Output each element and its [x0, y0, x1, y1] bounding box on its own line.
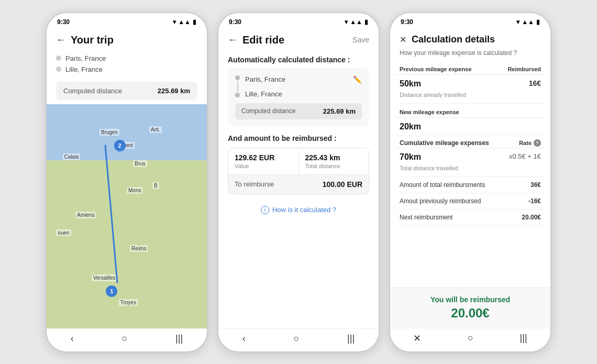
total-reimb-val: 36€	[530, 181, 541, 189]
route-connector	[235, 75, 240, 97]
city-bruges: Bruges	[100, 129, 119, 136]
location-to-text: Lille, France	[65, 65, 103, 73]
location-to: Lille, France	[56, 65, 197, 73]
bottom-nav-1: ‹ ○ |||	[47, 328, 207, 351]
wifi-icon-3: ▾	[516, 18, 519, 26]
route-card: Paris, France ✏️ Lille, France Computed …	[228, 68, 369, 127]
calc-subtitle: How your mileage expense is calculated ?	[390, 48, 550, 62]
phone1-content: ← Your trip Paris, France Lille, France …	[47, 28, 207, 328]
total-reimb-label: Amount of total reimbursments	[400, 181, 485, 189]
nav-home-1[interactable]: ○	[122, 333, 128, 344]
status-bar-1: 9:30 ▾ ▲▲ ▮	[47, 13, 207, 28]
status-time-3: 9:30	[401, 18, 413, 26]
amount-top-row: 129.62 EUR Value 225.43 km Total distanc…	[228, 148, 369, 175]
nav-back-1[interactable]: ‹	[71, 333, 74, 344]
computed-label: Computed distance	[63, 87, 122, 95]
wifi-icon: ▾	[173, 18, 176, 26]
nav-recents-1[interactable]: |||	[175, 333, 183, 344]
rate-label-container: Rate ?	[519, 139, 541, 147]
route-locations-container: Paris, France ✏️ Lille, France	[235, 75, 362, 98]
map-pin-1: 1	[106, 285, 117, 297]
city-ant: Ant.	[149, 126, 162, 133]
save-button[interactable]: Save	[352, 36, 369, 44]
amount-section: And amount to be reimbursed : 129.62 EUR…	[218, 127, 379, 198]
next-reimb-row: Next reimbursment 20.00€	[396, 209, 544, 226]
cumul-header: Cumulative mileage expenses Rate ?	[396, 136, 544, 148]
edit-header: ← Edit ride Save	[218, 28, 379, 50]
value-col: 129.62 EUR Value	[228, 148, 299, 174]
cumul-desc: Total distance travelled	[400, 165, 458, 171]
distance-col: 225.43 km Total distance	[299, 148, 369, 174]
nav-recents-3[interactable]: |||	[520, 333, 527, 344]
route-names: Paris, France ✏️ Lille, France	[245, 75, 362, 98]
value-amount: 129.62 EUR	[235, 153, 292, 162]
city-versailles: Versailles	[92, 274, 117, 281]
status-time-2: 9:30	[229, 18, 241, 26]
route-to-text: Lille, France	[245, 90, 282, 98]
how-calc-text: How is it calculated ?	[272, 206, 336, 214]
map-background: Bruges Ghent Calais Brus Ant. Mons B Ami…	[47, 104, 207, 328]
battery-icon: ▮	[193, 18, 196, 26]
computed-bar-label: Computed distance	[241, 107, 295, 115]
phone2-content: ← Edit ride Save Automatically calculate…	[218, 28, 379, 328]
back-button-1[interactable]: ←	[56, 35, 65, 46]
status-bar-3: 9:30 ▾ ▲▲ ▮	[390, 13, 550, 28]
new-label: New mileage expense	[400, 109, 459, 115]
auto-calc-title: Automatically calculated distance :	[218, 50, 379, 68]
amount-section-title: And amount to be reimbursed :	[228, 134, 369, 142]
cumul-dist: 70km	[400, 152, 421, 162]
next-reimb-val: 20.00€	[522, 214, 541, 221]
close-button[interactable]: ✕	[400, 35, 406, 45]
dot-to	[56, 67, 61, 72]
prev-dist: 50km	[400, 79, 421, 89]
battery-icon-2: ▮	[364, 18, 368, 26]
footer-amount: 20.00€	[397, 306, 543, 321]
calc-header: ✕ Calculation details	[390, 28, 550, 48]
reimburse-value: 100.00 EUR	[323, 180, 362, 189]
new-mileage-header: New mileage expense	[396, 104, 544, 118]
phone-your-trip: 9:30 ▾ ▲▲ ▮ ← Your trip Paris, France Li…	[46, 12, 208, 352]
edit-location-icon[interactable]: ✏️	[353, 75, 362, 84]
edit-title: Edit ride	[242, 34, 284, 46]
wifi-icon-2: ▾	[345, 18, 348, 26]
nav-home-2[interactable]: ○	[294, 333, 300, 344]
map-pin-2: 2	[114, 140, 126, 151]
battery-icon-3: ▮	[536, 18, 540, 26]
how-calculated-link[interactable]: i How is it calculated ?	[218, 198, 379, 222]
new-dist: 20km	[400, 122, 421, 131]
phone-calc-details: 9:30 ▾ ▲▲ ▮ ✕ Calculation details How yo…	[389, 12, 551, 352]
nav-recents-2[interactable]: |||	[347, 333, 355, 344]
signal-icon: ▲▲	[178, 18, 191, 26]
next-reimb-label: Next reimbursment	[400, 214, 452, 221]
status-icons-3: ▾ ▲▲ ▮	[516, 18, 540, 26]
map-area: Bruges Ghent Calais Brus Ant. Mons B Ami…	[47, 104, 207, 328]
city-rouen: ouen	[56, 229, 71, 236]
prev-main-row: 50km 16€	[400, 79, 541, 90]
col-reimb-label: Reimbursed	[507, 66, 541, 72]
prev-reimb-row: Amout previously reimbursed -16€	[396, 193, 544, 209]
dot-from	[56, 56, 61, 61]
city-reims: Reims	[130, 245, 148, 252]
nav-back-2[interactable]: ‹	[242, 333, 246, 344]
prev-reimb-val: -16€	[528, 197, 541, 205]
new-mileage-section: 20km	[396, 118, 544, 136]
calc-footer: You will be reimbursed 20.00€	[390, 288, 550, 328]
computed-distance-bar: Computed distance 225.69 km	[56, 82, 197, 100]
city-b: B	[152, 182, 159, 189]
rate-info-icon[interactable]: ?	[534, 139, 541, 147]
nav-back-3[interactable]: ✕	[413, 333, 421, 344]
cumul-label: Cumulative mileage expenses	[400, 139, 489, 147]
prev-reimb: 16€	[529, 79, 541, 87]
city-troyes: Troyes	[119, 299, 138, 306]
city-mons: Mons	[127, 187, 142, 194]
bottom-nav-3: ✕ ○ |||	[390, 328, 550, 351]
nav-home-3[interactable]: ○	[468, 333, 473, 344]
route-from-text: Paris, France	[245, 75, 285, 83]
reimburse-row: To reimburse 100.00 EUR	[228, 175, 369, 194]
city-amiens: Amiens	[75, 212, 96, 218]
total-reimb-row: Amount of total reimbursments 36€	[396, 177, 544, 193]
back-button-2[interactable]: ←	[228, 35, 237, 46]
route-to-row: Lille, France	[245, 90, 362, 98]
dot-bottom	[235, 93, 240, 97]
trip-header: ← Your trip	[47, 28, 207, 50]
